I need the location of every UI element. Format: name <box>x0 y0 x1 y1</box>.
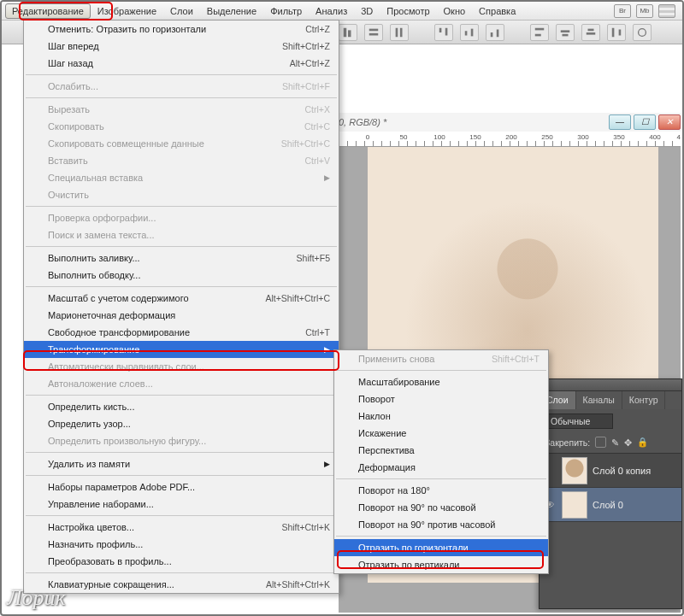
menu-shortcut: Alt+Shift+Ctrl+C <box>265 293 330 303</box>
edit-menu-item[interactable]: Шаг назадAlt+Ctrl+Z <box>24 55 339 72</box>
edit-menu-item[interactable]: Управление наборами... <box>24 496 339 513</box>
menu-item-label: Скопировать <box>48 121 304 132</box>
transform-submenu-item[interactable]: Отразить по горизонтали <box>334 539 548 556</box>
transform-submenu-item[interactable]: Искажение <box>334 425 548 442</box>
edit-menu-item[interactable]: Удалить из памяти▶ <box>24 455 339 472</box>
edit-menu-item[interactable]: Масштаб с учетом содержимогоAlt+Shift+Ct… <box>24 290 339 307</box>
edit-menu-item: Очистить <box>24 186 339 203</box>
transform-submenu-item[interactable]: Деформация <box>334 459 548 476</box>
transform-submenu-item[interactable]: Перспектива <box>334 442 548 459</box>
edit-menu-item: Автоматически выравнивать слои... <box>24 358 339 375</box>
edit-menu-item: Ослабить...Shift+Ctrl+F <box>24 78 339 95</box>
edit-menu-item: Скопировать совмещенные данныеShift+Ctrl… <box>24 135 339 152</box>
edit-menu-item[interactable]: Настройка цветов...Shift+Ctrl+K <box>24 519 339 536</box>
menu-shortcut: Ctrl+V <box>305 155 330 166</box>
grid-icon[interactable] <box>658 4 675 18</box>
menu-window[interactable]: Окно <box>437 3 473 19</box>
transform-submenu-item[interactable]: Масштабирование <box>334 373 548 390</box>
transform-submenu-item[interactable]: Отразить по вертикали <box>334 556 548 573</box>
window-close-button[interactable]: ✕ <box>658 114 681 130</box>
edit-menu-item: ВырезатьCtrl+X <box>24 101 339 118</box>
dist-icon-6[interactable] <box>581 24 600 41</box>
dist-icon-1[interactable] <box>434 24 453 41</box>
transform-submenu-item[interactable]: Поворот на 90° по часовой <box>334 499 548 516</box>
dist-icon-7[interactable] <box>607 24 626 41</box>
dist-icon-5[interactable] <box>556 24 575 41</box>
transform-submenu-item[interactable]: Поворот <box>334 390 548 408</box>
menu-select[interactable]: Выделение <box>200 3 263 19</box>
window-maximize-button[interactable]: ☐ <box>634 114 656 130</box>
menu-separator <box>26 286 337 287</box>
blend-mode-select[interactable]: Обычные <box>545 414 613 429</box>
move-icon[interactable]: ✥ <box>624 437 632 448</box>
menu-shortcut: Shift+Ctrl+C <box>281 138 330 149</box>
edit-menu-item[interactable]: Выполнить обводку... <box>24 267 339 284</box>
edit-menu-item[interactable]: Марионеточная деформация <box>24 307 339 324</box>
edit-menu-item[interactable]: Определить кисть... <box>24 398 339 415</box>
lock-label: Закрепить: <box>545 437 590 448</box>
edit-menu-item[interactable]: Определить узор... <box>24 415 339 432</box>
edit-menu-item[interactable]: Преобразовать в профиль... <box>24 553 339 570</box>
menubar: Редактирование Изображение Слои Выделени… <box>2 2 682 21</box>
tab-channels[interactable]: Каналы <box>576 391 622 409</box>
menu-view[interactable]: Просмотр <box>380 3 436 19</box>
align-icon-1[interactable] <box>339 24 357 41</box>
align-icon-3[interactable] <box>390 24 409 41</box>
transform-submenu: Применить сноваShift+Ctrl+TМасштабирован… <box>333 349 549 574</box>
tab-paths[interactable]: Контур <box>622 391 666 409</box>
menu-item-label: Удалить из памяти <box>48 459 319 469</box>
edit-menu-item[interactable]: Трансформирование▶ <box>24 341 339 358</box>
menu-item-label: Определить произвольную фигуру... <box>48 436 330 446</box>
dist-icon-3[interactable] <box>486 24 504 41</box>
svg-rect-15 <box>563 33 569 36</box>
menu-shortcut: Ctrl+X <box>305 104 330 114</box>
menu-item-label: Масштаб с учетом содержимого <box>48 293 265 303</box>
dist-icon-4[interactable] <box>530 24 549 41</box>
menu-item-label: Назначить профиль... <box>48 539 330 549</box>
edit-menu-item[interactable]: Отменить: Отразить по горизонталиCtrl+Z <box>24 21 339 38</box>
window-minimize-button[interactable]: — <box>609 114 631 130</box>
dist-icon-2[interactable] <box>460 24 479 41</box>
layer-thumbnail[interactable] <box>562 491 587 519</box>
edit-menu-item[interactable]: Назначить профиль... <box>24 536 339 553</box>
menu-item-label: Настройка цветов... <box>48 522 281 532</box>
lock-pixels-icon[interactable] <box>595 437 606 448</box>
edit-menu-item: Поиск и замена текста... <box>24 226 339 243</box>
menu-image[interactable]: Изображение <box>91 3 163 19</box>
menu-separator <box>26 246 337 247</box>
layer-thumbnail[interactable] <box>562 457 587 484</box>
menu-separator <box>336 478 546 479</box>
menu-item-label: Определить кисть... <box>48 402 330 412</box>
edit-menu-item[interactable]: Клавиатурные сокращения...Alt+Shift+Ctrl… <box>24 576 339 593</box>
layer-row[interactable]: Слой 0 копия <box>540 454 681 488</box>
transform-submenu-item[interactable]: Наклон <box>334 408 548 425</box>
layer-name[interactable]: Слой 0 <box>593 500 623 510</box>
menu-separator <box>26 475 337 476</box>
menu-3d[interactable]: 3D <box>354 3 380 19</box>
transform-submenu-item[interactable]: Поворот на 180° <box>334 482 548 499</box>
transform-submenu-item[interactable]: Поворот на 90° против часовой <box>334 516 548 533</box>
edit-menu-item[interactable]: Наборы параметров Adobe PDF... <box>24 478 339 496</box>
align-icon-2[interactable] <box>364 24 383 41</box>
menu-edit[interactable]: Редактирование <box>5 3 91 19</box>
bridge-icon[interactable]: Br <box>614 4 631 18</box>
menu-analysis[interactable]: Анализ <box>309 3 354 19</box>
menu-item-label: Преобразовать в профиль... <box>48 556 330 566</box>
panel-grip[interactable] <box>540 379 681 391</box>
menu-item-label: Управление наборами... <box>48 499 330 509</box>
layer-name[interactable]: Слой 0 копия <box>593 466 651 476</box>
mb-icon[interactable]: Mb <box>636 4 653 18</box>
layer-row[interactable]: 👁 Слой 0 <box>540 488 681 522</box>
menu-help[interactable]: Справка <box>472 3 522 19</box>
edit-menu-item[interactable]: Свободное трансформированиеCtrl+T <box>24 324 339 341</box>
layers-panel[interactable]: Слои Каналы Контур Обычные Закрепить: ✎ … <box>539 378 682 609</box>
dist-icon-8[interactable] <box>633 24 652 41</box>
menu-layers[interactable]: Слои <box>163 3 200 19</box>
lock-all-icon[interactable]: 🔒 <box>637 437 648 448</box>
svg-rect-10 <box>491 32 493 37</box>
brush-icon[interactable]: ✎ <box>611 437 619 448</box>
edit-menu-item[interactable]: Шаг впередShift+Ctrl+Z <box>24 38 339 55</box>
edit-menu-item[interactable]: Выполнить заливку...Shift+F5 <box>24 249 339 267</box>
layers-list: Слой 0 копия 👁 Слой 0 <box>540 453 681 522</box>
menu-filter[interactable]: Фильтр <box>263 3 309 19</box>
